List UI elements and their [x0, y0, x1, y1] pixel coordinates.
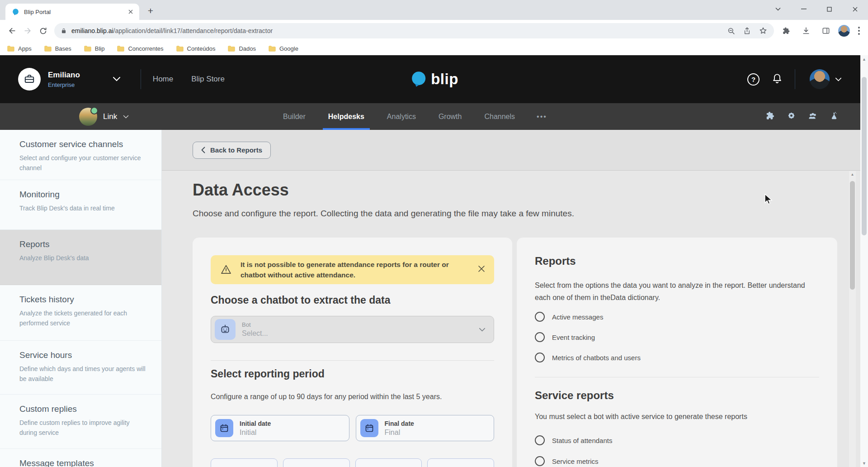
tab-helpdesks[interactable]: Helpdesks [323, 103, 370, 130]
bookmark-star-icon[interactable] [759, 26, 768, 35]
bookmark-concorrentes[interactable]: Concorrentes [117, 45, 163, 52]
nav-blip-store[interactable]: Blip Store [191, 75, 225, 84]
reports-heading: Reports [535, 255, 819, 267]
tab-channels[interactable]: Channels [483, 103, 516, 130]
radio-active-messages[interactable]: Active messages [535, 312, 819, 322]
lab-flask-icon[interactable] [829, 111, 839, 123]
page-body: Customer service channels Select and con… [0, 130, 868, 467]
scrollbar-thumb[interactable] [862, 77, 867, 235]
scroll-up-icon[interactable]: ▲ [849, 171, 856, 178]
user-menu[interactable] [810, 69, 842, 89]
final-date-field[interactable]: Final date Final [356, 415, 495, 441]
sidebar-item-message-templates[interactable]: Message templates [0, 449, 161, 467]
bookmark-google[interactable]: Google [269, 45, 298, 52]
tab-close-icon[interactable] [127, 8, 135, 16]
folder-icon [44, 46, 52, 52]
account-plan: Enterprise [48, 81, 80, 88]
integrations-puzzle-icon[interactable] [765, 110, 775, 123]
browser-tab[interactable]: Blip Portal [5, 4, 139, 20]
browser-profile-avatar[interactable] [838, 25, 850, 37]
blip-favicon [12, 8, 19, 16]
service-reports-description: You must select a bot with active servic… [535, 413, 819, 421]
chatbot-section-heading: Choose a chatbot to extract the data [211, 294, 494, 306]
period-section-heading: Select reporting period [211, 368, 494, 380]
new-tab-button[interactable]: + [144, 4, 157, 18]
back-to-reports-button[interactable]: Back to Reports [193, 142, 271, 159]
robot-icon [215, 319, 236, 340]
maximize-button[interactable] [816, 0, 842, 18]
notifications-bell-icon[interactable] [771, 72, 783, 86]
more-tabs-icon[interactable]: ••• [537, 103, 547, 130]
bookmark-apps[interactable]: Apps [7, 45, 32, 52]
folder-icon [7, 46, 14, 52]
settings-gear-icon[interactable] [786, 110, 797, 123]
calendar-icon [360, 419, 378, 437]
nav-home[interactable]: Home [153, 75, 173, 84]
radio-status-of-attendants[interactable]: Status of attendants [535, 435, 819, 445]
minimize-button[interactable] [791, 0, 816, 18]
period-chip[interactable] [283, 458, 350, 467]
zoom-icon[interactable] [727, 27, 736, 35]
bookmark-conteudos[interactable]: Conteúdos [176, 45, 216, 52]
download-icon[interactable] [798, 23, 814, 38]
bot-select[interactable]: Bot Select... [211, 316, 494, 343]
section-divider [211, 360, 494, 361]
bookmark-bases[interactable]: Bases [44, 45, 71, 52]
radio-service-metrics[interactable]: Service metrics [535, 456, 819, 466]
browser-menu-icon[interactable] [854, 27, 863, 35]
sidebar-item-custom-replies[interactable]: Custom replies Define custom replies to … [0, 395, 161, 449]
bot-chevron-down-icon [123, 115, 129, 119]
radio-event-tracking[interactable]: Event tracking [535, 332, 819, 342]
bot-switcher[interactable]: Link [79, 108, 129, 126]
radio-metrics-chatbots-users[interactable]: Metrics of chatbots and users [535, 353, 819, 362]
sidebar-item-service-hours[interactable]: Service hours Define which days and time… [0, 341, 161, 395]
extensions-icon[interactable] [778, 23, 794, 38]
period-chip[interactable] [211, 458, 278, 467]
blip-logo-text: blip [431, 71, 458, 88]
mouse-cursor [764, 194, 774, 205]
period-chip[interactable] [355, 458, 422, 467]
browser-toolbar: emiliano.blip.ai/application/detail/link… [0, 20, 868, 42]
folder-icon [176, 46, 184, 52]
radio-circle [535, 332, 545, 342]
sidebar-item-tickets-history[interactable]: Tickets history Analyze the tickets gene… [0, 285, 161, 341]
side-panel-icon[interactable] [818, 23, 834, 38]
radio-circle [535, 435, 545, 445]
tab-builder[interactable]: Builder [282, 103, 307, 130]
tab-analytics[interactable]: Analytics [386, 103, 417, 130]
help-icon[interactable]: ? [747, 73, 760, 86]
account-chevron-down-icon[interactable] [113, 75, 121, 83]
reload-icon[interactable] [35, 23, 51, 38]
folder-icon [84, 46, 91, 52]
scroll-down-icon[interactable]: ▼ [860, 459, 868, 467]
url-text: emiliano.blip.ai/application/detail/link… [71, 27, 722, 34]
close-warning-icon[interactable] [478, 265, 485, 274]
warning-triangle-icon [220, 263, 232, 276]
bookmark-dados[interactable]: Dados [228, 45, 256, 52]
initial-date-field[interactable]: Initial date Initial [211, 415, 349, 441]
sidebar-item-reports[interactable]: Reports Analyze Blip Desk's data [0, 230, 161, 285]
forward-icon[interactable] [20, 23, 35, 38]
scrollbar-thumb[interactable] [850, 181, 855, 290]
team-people-icon[interactable] [807, 110, 818, 123]
browser-scrollbar[interactable]: ▲ ▼ [860, 55, 868, 467]
blip-balloon-icon [410, 70, 428, 88]
bookmarks-bar: Apps Bases Blip Concorrentes Conteúdos D… [0, 42, 868, 55]
scroll-up-icon[interactable]: ▲ [860, 55, 868, 63]
share-icon[interactable] [743, 27, 751, 35]
back-icon[interactable] [5, 23, 20, 38]
lock-icon [61, 27, 67, 34]
content-scrollbar[interactable]: ▲ [849, 171, 856, 467]
user-chevron-down-icon [835, 77, 842, 81]
section-divider [535, 377, 819, 377]
tab-search-icon[interactable] [765, 0, 791, 18]
address-bar[interactable]: emiliano.blip.ai/application/detail/link… [54, 23, 774, 38]
bookmark-blip[interactable]: Blip [84, 45, 105, 52]
sidebar-item-monitoring[interactable]: Monitoring Track Blip Desk's data in rea… [0, 180, 161, 230]
close-window-button[interactable] [842, 0, 868, 18]
sidebar-item-customer-service-channels[interactable]: Customer service channels Select and con… [0, 130, 161, 180]
header-divider [141, 69, 141, 89]
tab-growth[interactable]: Growth [438, 103, 463, 130]
organization-badge[interactable] [18, 68, 41, 91]
period-chip[interactable] [427, 458, 494, 467]
